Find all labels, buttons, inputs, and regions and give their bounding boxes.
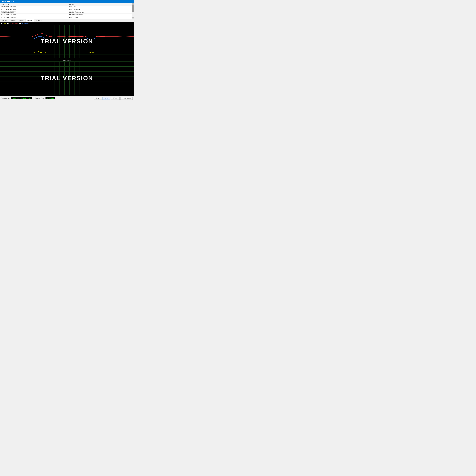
legend-item-gpu1hotspot[interactable]: ✓GPU1 Hotspot <box>7 23 18 24</box>
scrollbar-thumb[interactable] <box>132 5 134 12</box>
cpu-usage-label: CPU Usage <box>0 59 134 62</box>
cpuid-button[interactable]: CPUID <box>111 97 120 100</box>
scroll-down-btn[interactable]: ▼ <box>132 17 134 18</box>
cpu-line <box>0 51 134 53</box>
table-row: 7/10/2023 11:29:58 AMGPU1: Started <box>0 6 134 8</box>
test-started-value: 7/10/2023 11:30:26 AM <box>11 97 32 100</box>
gpu1-diode-line <box>0 36 134 41</box>
clear-button[interactable]: Clear <box>94 97 102 100</box>
legend-item-gpu1diode[interactable]: ✓GPU1 Diode <box>19 23 29 24</box>
legend-checkbox[interactable]: ✓ <box>7 23 9 24</box>
tab-clocks[interactable]: Clocks <box>17 19 25 22</box>
title-bar: [ TRIAL VERSION ] <box>0 0 134 3</box>
tab-unified[interactable]: Unified <box>26 19 34 22</box>
log-scroll-container[interactable]: Date & Time Status 7/10/2023 11:29:58 AM… <box>0 3 134 19</box>
temperature-chart-section: ✓CPU✓GPU1 Hotspot✓GPU1 Diode TRIAL VERSI… <box>0 22 134 59</box>
cell-datetime: 7/10/2023 11:29:58 AM <box>0 6 68 8</box>
table-row: 7/10/2023 11:30:26 AMStability Test: Sta… <box>0 14 134 16</box>
cell-status: GPU1: Started <box>68 16 134 19</box>
legend-label: CPU <box>3 23 6 24</box>
cell-status: GPU1: Started <box>68 6 134 8</box>
cpu-usage-chart-section: CPU Usage TRIAL VERSION <box>0 59 134 96</box>
temperature-lines <box>0 25 134 58</box>
legend-checkbox[interactable]: ✓ <box>19 23 21 24</box>
cell-datetime: 7/10/2023 11:30:02 AM <box>0 8 68 11</box>
tab-statistics[interactable]: Statistics <box>34 19 43 22</box>
table-row: 7/10/2023 11:30:02 AMStability Test: Sto… <box>0 11 134 14</box>
temperature-chart-canvas: TRIAL VERSION <box>0 25 134 58</box>
cell-status: GPU1: Stopped <box>68 8 134 11</box>
cpu-usage-lines <box>0 62 134 95</box>
bottom-status-bar: Test Started: 7/10/2023 11:30:26 AM Elap… <box>0 96 134 101</box>
table-row: 7/10/2023 11:30:02 AMGPU1: Stopped <box>0 8 134 11</box>
elapsed-section: Elapsed Time: 02:30:00 <box>35 97 55 100</box>
bottom-buttons: Clear Save CPUID Preferences <box>94 97 133 100</box>
gpu1-hotspot-line <box>0 34 134 37</box>
chart-legend: ✓CPU✓GPU1 Hotspot✓GPU1 Diode <box>0 22 134 25</box>
scrollbar-track[interactable]: ▲ ▼ <box>132 3 134 19</box>
title-text: [ TRIAL VERSION ] <box>1 0 15 2</box>
table-row: 7/10/2023 11:30:26 AMGPU1: Started <box>0 16 134 19</box>
save-button[interactable]: Save <box>102 97 110 100</box>
cpu-usage-chart-canvas: TRIAL VERSION <box>0 62 134 95</box>
elapsed-value: 02:30:00 <box>46 97 55 100</box>
log-table: Date & Time Status 7/10/2023 11:29:58 AM… <box>0 3 134 19</box>
test-started-label: Test Started: <box>1 97 10 99</box>
tab-powers[interactable]: Powers <box>9 19 17 22</box>
preferences-button[interactable]: Preferences <box>120 97 133 100</box>
col-datetime: Date & Time <box>0 3 68 6</box>
tabs-bar: VoltagesPowersClocksUnifiedStatistics <box>0 19 134 22</box>
scroll-up-btn[interactable]: ▲ <box>132 3 134 5</box>
elapsed-label: Elapsed Time: <box>35 97 45 99</box>
tab-voltages[interactable]: Voltages <box>0 19 9 22</box>
legend-label: GPU1 Diode <box>21 23 29 24</box>
col-status: Status <box>68 3 134 6</box>
cell-status: Stability Test: Stopped <box>68 11 134 14</box>
log-section: Date & Time Status 7/10/2023 11:29:58 AM… <box>0 3 134 19</box>
legend-label: GPU1 Hotspot <box>9 23 18 24</box>
cell-datetime: 7/10/2023 11:30:26 AM <box>0 14 68 16</box>
legend-item-cpu[interactable]: ✓CPU <box>1 23 6 24</box>
legend-checkbox[interactable]: ✓ <box>1 23 2 24</box>
cell-status: Stability Test: Started <box>68 14 134 16</box>
cell-datetime: 7/10/2023 11:30:02 AM <box>0 11 68 14</box>
cell-datetime: 7/10/2023 11:30:26 AM <box>0 16 68 19</box>
